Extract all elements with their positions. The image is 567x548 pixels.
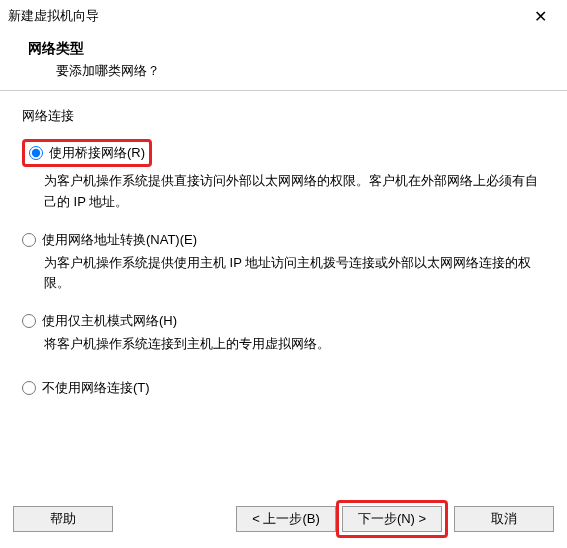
hostonly-desc: 将客户机操作系统连接到主机上的专用虚拟网络。 bbox=[44, 334, 545, 355]
content-area: 网络连接 使用桥接网络(R) 为客户机操作系统提供直接访问外部以太网网络的权限。… bbox=[0, 91, 567, 397]
footer: 帮助 < 上一步(B) 下一步(N) > 取消 bbox=[13, 500, 554, 538]
close-icon[interactable]: ✕ bbox=[525, 7, 555, 26]
highlight-next: 下一步(N) > bbox=[336, 500, 448, 538]
page-subtitle: 要添加哪类网络？ bbox=[56, 62, 557, 80]
radio-none-label[interactable]: 不使用网络连接(T) bbox=[42, 379, 150, 397]
option-nat: 使用网络地址转换(NAT)(E) 为客户机操作系统提供使用主机 IP 地址访问主… bbox=[22, 231, 545, 295]
radio-nat-label[interactable]: 使用网络地址转换(NAT)(E) bbox=[42, 231, 197, 249]
radio-none[interactable] bbox=[22, 381, 36, 395]
radio-nat[interactable] bbox=[22, 233, 36, 247]
option-hostonly: 使用仅主机模式网络(H) 将客户机操作系统连接到主机上的专用虚拟网络。 bbox=[22, 312, 545, 355]
back-button[interactable]: < 上一步(B) bbox=[236, 506, 336, 532]
bridged-desc: 为客户机操作系统提供直接访问外部以太网网络的权限。客户机在外部网络上必须有自己的… bbox=[44, 171, 545, 213]
window-title: 新建虚拟机向导 bbox=[8, 7, 99, 25]
option-none: 不使用网络连接(T) bbox=[22, 379, 545, 397]
radio-bridged-label[interactable]: 使用桥接网络(R) bbox=[49, 144, 145, 162]
option-bridged: 使用桥接网络(R) 为客户机操作系统提供直接访问外部以太网网络的权限。客户机在外… bbox=[22, 139, 545, 213]
page-title: 网络类型 bbox=[28, 40, 557, 58]
radio-bridged[interactable] bbox=[29, 146, 43, 160]
cancel-button[interactable]: 取消 bbox=[454, 506, 554, 532]
title-bar: 新建虚拟机向导 ✕ bbox=[0, 0, 567, 28]
radio-hostonly-label[interactable]: 使用仅主机模式网络(H) bbox=[42, 312, 177, 330]
highlight-bridged: 使用桥接网络(R) bbox=[22, 139, 152, 167]
group-label: 网络连接 bbox=[22, 107, 545, 125]
help-button[interactable]: 帮助 bbox=[13, 506, 113, 532]
wizard-header: 网络类型 要添加哪类网络？ bbox=[0, 28, 567, 90]
radio-hostonly[interactable] bbox=[22, 314, 36, 328]
next-button[interactable]: 下一步(N) > bbox=[342, 506, 442, 532]
nat-desc: 为客户机操作系统提供使用主机 IP 地址访问主机拨号连接或外部以太网网络连接的权… bbox=[44, 253, 545, 295]
